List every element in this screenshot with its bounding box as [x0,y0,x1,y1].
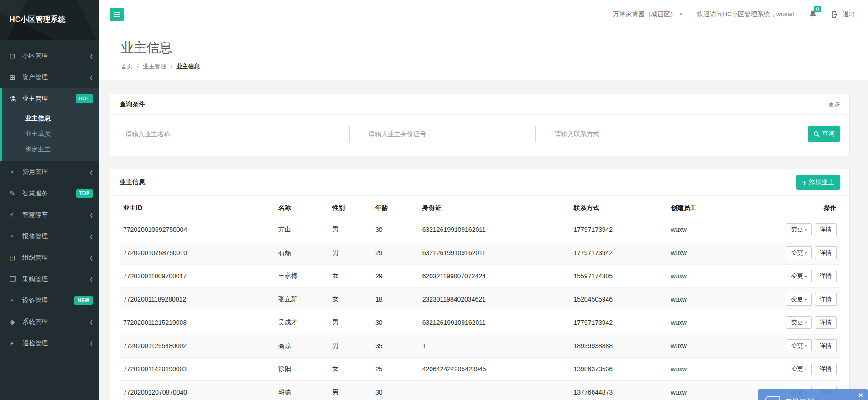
detail-button[interactable]: 详情 [815,246,837,259]
detail-button[interactable]: 详情 [815,270,837,282]
caret-down-icon: ▾ [805,228,807,232]
chevron-left-icon: ‹ [90,209,93,221]
add-owner-label: 添加业主 [809,178,834,186]
caret-down-icon: ▾ [805,274,807,279]
sidebar-item-owner-info[interactable]: 业主信息 [2,110,99,126]
sidebar-item-owner-bind[interactable]: 绑定业主 [2,141,99,157]
column-header: 操作 [747,200,840,218]
sidebar-item-label: 小区管理 [22,52,48,60]
logout-button[interactable]: 退出 [832,10,855,19]
sidebar-item-smart-service[interactable]: ✎智慧服务TOP [0,183,99,204]
change-button[interactable]: 变更▾ [786,270,812,282]
table-cell: 高原 [275,334,329,358]
change-button[interactable]: 变更▾ [786,316,812,329]
sidebar-item-fee[interactable]: ◔费用管理‹ [0,161,99,183]
community-selector[interactable]: 万博家博园（城西区） ▾ [613,10,682,19]
flash-icon: ⚡ [10,211,21,219]
table-cell: 13986373536 [570,358,667,381]
change-button[interactable]: 变更▾ [786,363,812,375]
table-cell: 王永梅 [275,265,329,288]
sidebar-item-system[interactable]: ◈系统管理‹ [0,311,99,333]
close-icon[interactable]: × [858,391,863,399]
table-cell: 17797173942 [570,218,667,241]
column-header: 业主ID [120,200,275,218]
contact-input[interactable] [549,126,781,142]
table-cell: 女 [328,358,372,381]
logout-label: 退出 [842,10,855,19]
column-header: 身份证 [419,200,570,218]
table-cell: 29 [372,265,419,288]
more-filters-link[interactable]: 更多 [828,100,840,108]
breadcrumb-home[interactable]: 首页 [121,62,143,71]
welcome-text: 欢迎访问HC小区管理系统，wuxw! [697,10,794,19]
breadcrumb-owner-management[interactable]: 业主管理 [143,62,177,71]
table-cell: 17797173942 [570,241,667,265]
table-cell: 1 [419,334,570,358]
add-owner-button[interactable]: + 添加业主 [796,175,840,190]
sidebar-item-community[interactable]: ⊡小区管理‹ [0,45,99,67]
search-button[interactable]: 查询 [808,126,840,142]
notifications-button[interactable]: 0 [809,10,817,19]
table-cell: 30 [372,381,419,400]
grid-icon: ⊞ [10,73,21,82]
table-cell: 13776644873 [570,381,667,400]
table-cell: wuxw [667,358,747,381]
desktop-icon: ⊡ [10,52,21,60]
chevron-left-icon: ‹ [90,316,93,328]
sidebar-item-label: 系统管理 [22,318,48,326]
detail-button[interactable]: 详情 [815,363,837,375]
owner-name-input[interactable] [120,126,350,142]
sidebar-item-repair[interactable]: ◔报修管理‹ [0,226,99,247]
sidebar-item-inspection[interactable]: ⚡巡检管理‹ [0,333,99,354]
flash-icon: ⚡ [10,339,21,348]
table-cell: 胡德 [275,381,329,400]
chevron-left-icon: ‹ [90,273,93,285]
table-cell: 吴成才 [275,311,329,334]
search-panel-title: 查询条件 [120,100,145,108]
desktop-icon: ⊡ [10,254,21,262]
breadcrumb: 首页 业主管理 业主信息 [121,62,846,71]
detail-button[interactable]: 详情 [815,339,837,352]
flask-icon: ⚗ [10,95,21,103]
detail-button[interactable]: 详情 [815,223,837,236]
table-cell: 30 [372,311,419,334]
chevron-left-icon: ‹ [90,166,93,178]
owner-idcard-input[interactable] [363,126,536,142]
table-cell: 420642424205423045 [419,358,570,381]
sidebar-menu: ⊡小区管理‹⊞资产管理‹⚗业主管理HOT业主信息业主成员绑定业主◔费用管理‹✎智… [0,40,99,354]
change-button[interactable]: 变更▾ [786,293,812,306]
sidebar-item-label: 费用管理 [22,168,48,176]
table-cell: 男 [328,334,372,358]
sidebar-item-label: 资产管理 [22,73,48,82]
pie-icon: ◔ [10,168,21,176]
table-cell: 男 [328,241,372,265]
sidebar-item-device[interactable]: ◔设备管理NEW [0,290,99,311]
detail-button[interactable]: 详情 [815,316,837,329]
sidebar-item-owner[interactable]: ⚗业主管理HOT [2,88,99,109]
toast-text: 每日签到 [785,398,814,400]
column-header: 性别 [328,200,372,218]
pie-icon: ◔ [10,297,21,304]
sidebar-item-purchase[interactable]: ❐采购管理‹ [0,268,99,290]
sidebar-item-smart-parking[interactable]: ⚡智慧停车‹ [0,204,99,226]
sidebar-item-owner-member[interactable]: 业主成员 [2,126,99,141]
change-button[interactable]: 变更▾ [786,246,812,259]
sidebar-item-label: 巡检管理 [22,339,48,348]
table-cell: 方山 [275,218,329,241]
actions-cell: 变更▾详情 [747,265,840,288]
change-button[interactable]: 变更▾ [786,223,812,236]
sidebar-item-asset[interactable]: ⊞资产管理‹ [0,67,99,88]
table-row: 772020012070870040胡德男3013776644873wuxw变更… [120,381,840,400]
table-cell: 772020011009700017 [120,265,275,288]
table-cell: 772020011189280012 [120,288,275,311]
sidebar-item-organization[interactable]: ⊡组织管理‹ [0,247,99,268]
search-panel: 查询条件 更多 查询 [110,94,850,156]
detail-button[interactable]: 详情 [815,293,837,306]
menu-badge: TOP [76,189,93,197]
change-button[interactable]: 变更▾ [786,339,812,352]
table-cell: wuxw [667,265,747,288]
hamburger-icon [114,12,120,13]
table-cell: 772020010692750004 [120,218,275,241]
sidebar-toggle-button[interactable] [110,8,124,21]
sidebar-item-label: 智慧服务 [22,190,48,198]
